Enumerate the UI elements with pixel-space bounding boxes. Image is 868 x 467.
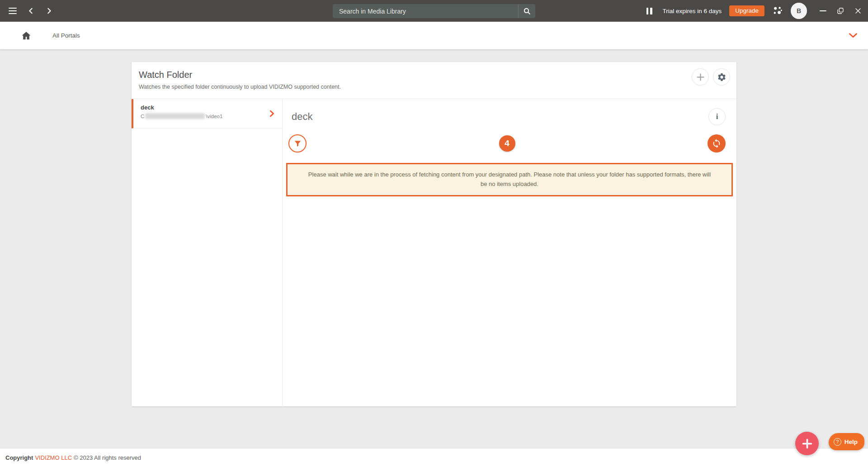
fetching-notice: Please wait while we are in the process … xyxy=(286,163,733,196)
restore-icon xyxy=(837,7,844,14)
main-content: Watch Folder Watches the specified folde… xyxy=(0,49,868,448)
add-fab-button[interactable] xyxy=(795,432,819,455)
refresh-button[interactable] xyxy=(708,134,726,152)
back-button[interactable] xyxy=(25,5,36,16)
detail-header: deck i xyxy=(283,99,736,125)
hamburger-icon xyxy=(9,8,17,14)
pause-icon xyxy=(646,8,652,14)
top-bar: Trial expires in 6 days Upgrade B xyxy=(0,0,868,22)
close-button[interactable] xyxy=(854,6,863,15)
footer: Copyright VIDIZMO LLC © 2023 All rights … xyxy=(0,448,868,467)
copyright-label: Copyright xyxy=(5,454,33,461)
folder-path: C \video1 xyxy=(141,113,264,119)
forward-button[interactable] xyxy=(43,5,54,16)
help-button[interactable]: ? Help xyxy=(829,433,864,450)
chevron-right-icon xyxy=(46,7,52,14)
rights-text: © 2023 All rights reserved xyxy=(74,454,141,461)
redacted-path-segment xyxy=(145,113,205,119)
add-watch-folder-button[interactable] xyxy=(692,68,709,86)
folder-name: deck xyxy=(141,104,264,111)
question-icon: ? xyxy=(834,438,841,446)
plus-icon xyxy=(801,438,813,450)
folder-path-start: C xyxy=(141,114,144,119)
card-header: Watch Folder Watches the specified folde… xyxy=(132,62,736,99)
search-button[interactable] xyxy=(518,4,535,18)
apps-icon xyxy=(772,5,783,16)
vidizmo-link[interactable]: VIDIZMO LLC xyxy=(35,454,72,461)
search-bar xyxy=(333,4,535,18)
folder-item-deck[interactable]: deck C \video1 xyxy=(132,99,282,129)
pause-trial-button[interactable] xyxy=(644,5,655,16)
restore-button[interactable] xyxy=(836,6,845,15)
page-subtitle: Watches the specified folder continuousl… xyxy=(139,84,729,90)
watch-folder-card: Watch Folder Watches the specified folde… xyxy=(132,62,736,406)
breadcrumb-bar: All Portals xyxy=(0,22,868,49)
home-button[interactable] xyxy=(21,30,32,41)
menu-button[interactable] xyxy=(7,5,18,16)
search-input[interactable] xyxy=(333,4,518,18)
avatar-initial: B xyxy=(797,7,801,14)
gear-icon xyxy=(717,72,726,82)
search-icon xyxy=(523,7,531,15)
topbar-left-group xyxy=(0,5,61,16)
detail-title: deck xyxy=(292,111,312,123)
filter-button[interactable] xyxy=(288,134,307,152)
card-body: deck C \video1 deck i xyxy=(132,99,736,406)
portal-expand-toggle[interactable] xyxy=(847,30,859,42)
page-title: Watch Folder xyxy=(139,70,729,80)
refresh-icon xyxy=(712,138,722,148)
folder-path-end: \video1 xyxy=(206,114,222,119)
avatar[interactable]: B xyxy=(791,3,807,19)
apps-button[interactable] xyxy=(772,5,783,16)
header-actions xyxy=(692,68,730,86)
watch-folder-list: deck C \video1 xyxy=(132,99,283,406)
window-controls xyxy=(818,6,863,15)
plus-icon xyxy=(696,72,705,82)
breadcrumb-item-all-portals[interactable]: All Portals xyxy=(52,32,80,39)
topbar-right-group: Trial expires in 6 days Upgrade B xyxy=(644,3,868,19)
chevron-left-icon xyxy=(28,7,34,14)
minimize-icon xyxy=(820,10,826,11)
trial-expiry-text: Trial expires in 6 days xyxy=(662,8,722,14)
detail-toolbar: 4 xyxy=(283,134,736,152)
annotation-badge: 4 xyxy=(499,135,515,152)
chevron-right-icon xyxy=(269,110,275,117)
info-icon: i xyxy=(716,112,718,121)
info-button[interactable]: i xyxy=(708,108,726,125)
minimize-button[interactable] xyxy=(818,6,827,15)
chevron-down-icon xyxy=(849,33,858,38)
help-label: Help xyxy=(844,438,858,445)
filter-icon xyxy=(294,140,302,148)
settings-button[interactable] xyxy=(713,68,730,86)
home-icon xyxy=(21,31,31,40)
close-icon xyxy=(854,7,862,14)
folder-detail-panel: deck i 4 Please wait while we are in the… xyxy=(283,99,736,406)
upgrade-button[interactable]: Upgrade xyxy=(729,5,764,17)
